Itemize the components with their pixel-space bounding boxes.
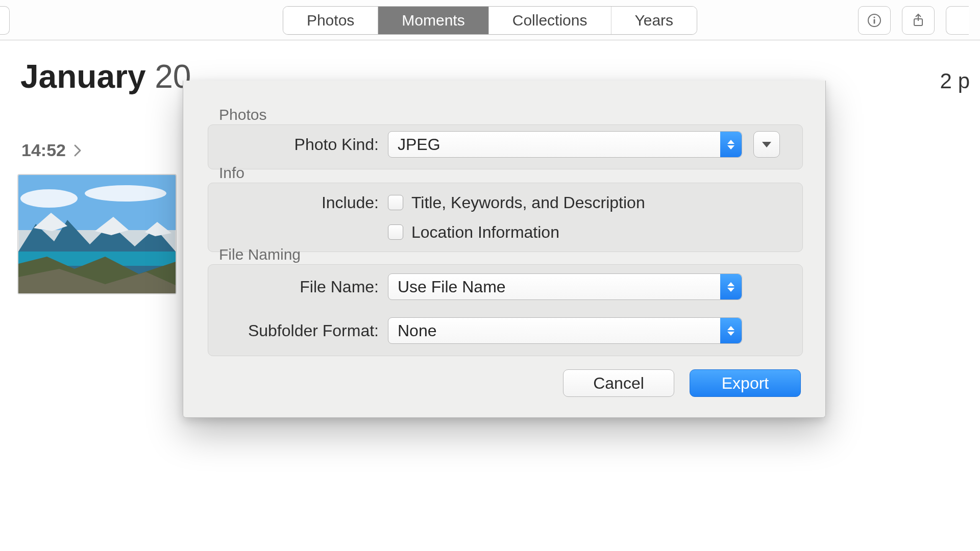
group-naming: File Name: Use File Name Subfolder Forma… bbox=[208, 264, 803, 356]
tab-moments[interactable]: Moments bbox=[378, 7, 488, 34]
dialog-buttons: Cancel Export bbox=[563, 369, 801, 397]
row-photo-kind: Photo Kind: JPEG bbox=[208, 125, 802, 164]
row-include: Include: Title, Keywords, and Descriptio… bbox=[208, 183, 802, 252]
disclosure-button[interactable] bbox=[753, 131, 780, 158]
moment-time: 14:52 bbox=[21, 140, 66, 160]
view-segmented-control: Photos Moments Collections Years bbox=[283, 6, 697, 35]
popup-subfolder-value: None bbox=[388, 321, 437, 340]
row-subfolder: Subfolder Format: None bbox=[208, 309, 802, 353]
checkbox-title-keywords[interactable] bbox=[388, 195, 403, 210]
checkbox-label-location: Location Information bbox=[411, 223, 559, 242]
moment-title: January 20 bbox=[20, 58, 191, 95]
moment-month: January bbox=[20, 58, 145, 95]
updown-icon bbox=[720, 132, 742, 157]
toolbar-right-button-fragment[interactable] bbox=[946, 6, 969, 35]
info-button[interactable] bbox=[858, 6, 891, 35]
photo-count-fragment: 2 p bbox=[940, 69, 970, 93]
toolbar-right bbox=[858, 6, 969, 35]
moment-time-row[interactable]: 14:52 bbox=[21, 140, 82, 160]
checkbox-location[interactable] bbox=[388, 224, 403, 240]
updown-icon bbox=[720, 318, 742, 343]
label-subfolder: Subfolder Format: bbox=[208, 321, 388, 340]
cancel-button[interactable]: Cancel bbox=[563, 369, 674, 397]
row-file-name: File Name: Use File Name bbox=[208, 265, 802, 309]
label-photo-kind: Photo Kind: bbox=[208, 135, 388, 154]
export-sheet: Photos Photo Kind: JPEG Info Include: Ti… bbox=[183, 81, 826, 418]
checkbox-row-location: Location Information bbox=[388, 220, 645, 244]
section-label-photos: Photos bbox=[219, 106, 266, 123]
toolbar-left-cut bbox=[0, 6, 10, 35]
share-icon bbox=[911, 13, 926, 28]
updown-icon bbox=[720, 274, 742, 299]
tab-years[interactable]: Years bbox=[611, 7, 697, 34]
section-label-info: Info bbox=[219, 164, 244, 182]
export-button[interactable]: Export bbox=[690, 369, 801, 397]
mountain-lake-photo-icon bbox=[18, 175, 176, 293]
svg-rect-2 bbox=[874, 19, 875, 24]
checkbox-label-title: Title, Keywords, and Description bbox=[411, 193, 645, 212]
label-file-name: File Name: bbox=[208, 278, 388, 296]
content-area: January 20 2 p 14:52 Photos Photo Kind: bbox=[0, 40, 980, 551]
svg-point-1 bbox=[873, 16, 875, 18]
toolbar-left-button-fragment[interactable] bbox=[0, 6, 10, 35]
popup-file-name-value: Use File Name bbox=[388, 278, 506, 296]
share-button[interactable] bbox=[902, 6, 935, 35]
section-label-naming: File Naming bbox=[219, 246, 301, 263]
popup-photo-kind[interactable]: JPEG bbox=[388, 131, 742, 158]
svg-point-7 bbox=[85, 185, 166, 202]
popup-photo-kind-value: JPEG bbox=[388, 135, 440, 154]
svg-point-6 bbox=[20, 189, 78, 208]
popup-subfolder[interactable]: None bbox=[388, 317, 742, 344]
tab-collections[interactable]: Collections bbox=[489, 7, 611, 34]
checkbox-row-title: Title, Keywords, and Description bbox=[388, 190, 645, 215]
group-info: Include: Title, Keywords, and Descriptio… bbox=[208, 183, 803, 252]
chevron-right-icon bbox=[73, 143, 82, 158]
tab-photos[interactable]: Photos bbox=[283, 7, 378, 34]
photo-thumbnail[interactable] bbox=[17, 174, 177, 294]
popup-file-name[interactable]: Use File Name bbox=[388, 273, 742, 300]
info-icon bbox=[867, 13, 882, 28]
group-photos: Photo Kind: JPEG bbox=[208, 124, 803, 169]
label-include: Include: bbox=[208, 190, 388, 212]
toolbar: Photos Moments Collections Years bbox=[0, 0, 980, 40]
